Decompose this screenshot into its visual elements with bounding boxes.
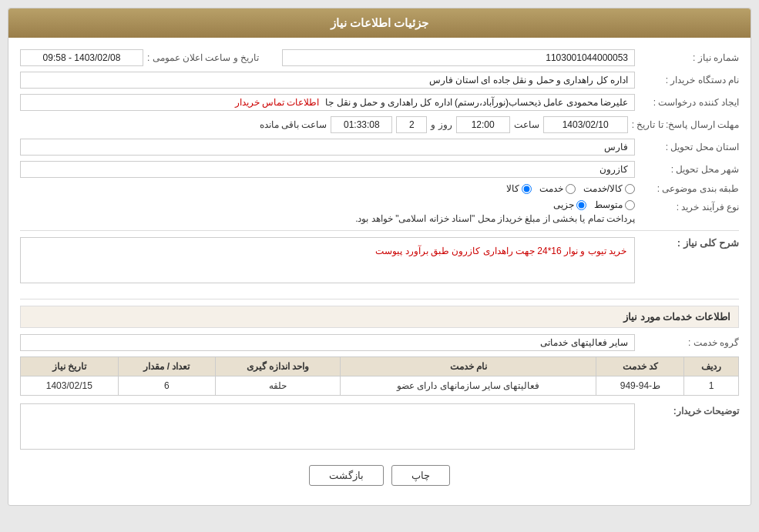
services-group-label: گروه خدمت : bbox=[639, 337, 739, 348]
purchase-type-option-jozii: جزیی bbox=[553, 199, 574, 210]
footer-buttons: چاپ بازگشت bbox=[20, 457, 739, 494]
col-header-date: تاریخ نیاز bbox=[21, 357, 119, 376]
buyer-notes-label: توضیحات خریدار: bbox=[639, 403, 739, 417]
section-divider-1 bbox=[20, 230, 739, 231]
purchase-type-option-motavaset: متوسط bbox=[594, 199, 623, 210]
category-radio-khadamat[interactable] bbox=[566, 184, 576, 194]
buyer-org-value: اداره کل راهداری و حمل و نقل جاده ای است… bbox=[20, 72, 635, 89]
row-code: ط-94-949 bbox=[596, 376, 684, 396]
creator-name: علیرضا محمودی عامل ذیحساب(نورآباد،رستم) … bbox=[325, 97, 628, 108]
reply-days-label: روز و bbox=[431, 119, 452, 130]
province-label: استان محل تحویل : bbox=[639, 142, 739, 152]
description-label: شرح کلی نیاز : bbox=[639, 237, 739, 249]
reply-remaining-label: ساعت باقی مانده bbox=[260, 119, 327, 130]
buyer-org-label: نام دستگاه خریدار : bbox=[639, 75, 739, 85]
city-label: شهر محل تحویل : bbox=[639, 164, 739, 175]
category-radio-kala-khadamat[interactable] bbox=[625, 184, 635, 194]
purchase-type-radio-jozii[interactable] bbox=[576, 200, 586, 210]
need-number-value: 1103001044000053 bbox=[282, 49, 635, 66]
category-option-kala-khadamat: کالا/خدمت bbox=[583, 183, 623, 194]
back-button[interactable]: بازگشت bbox=[309, 465, 384, 486]
description-text: خرید تیوب و نوار 16*24 جهت راهداری کازرو… bbox=[20, 237, 635, 283]
announce-datetime-label: تاریخ و ساعت اعلان عمومی : bbox=[147, 52, 259, 63]
reply-days: 2 bbox=[396, 116, 427, 133]
col-header-qty: تعداد / مقدار bbox=[118, 357, 215, 376]
row-qty: 6 bbox=[118, 376, 215, 396]
row-name: فعالیتهای سایر سازمانهای دارای عضو bbox=[341, 376, 596, 396]
category-option-khadamat: خدمت bbox=[539, 183, 563, 194]
services-section-header: اطلاعات خدمات مورد نیاز bbox=[20, 306, 739, 328]
col-header-row: ردیف bbox=[684, 357, 739, 376]
category-radio-group: کالا/خدمت خدمت کالا bbox=[506, 183, 635, 194]
reply-time-label: ساعت bbox=[514, 119, 539, 130]
creator-contact-link[interactable]: اطلاعات تماس خریدار bbox=[235, 97, 320, 108]
announce-datetime-value: 1403/02/08 - 09:58 bbox=[20, 49, 143, 66]
row-num: 1 bbox=[684, 376, 739, 396]
category-option-kala: کالا bbox=[506, 183, 519, 194]
creator-row: علیرضا محمودی عامل ذیحساب(نورآباد،رستم) … bbox=[20, 94, 635, 111]
print-button[interactable]: چاپ bbox=[391, 465, 450, 486]
col-header-unit: واحد اندازه گیری bbox=[216, 357, 341, 376]
category-radio-kala[interactable] bbox=[522, 184, 532, 194]
col-header-name: نام خدمت bbox=[341, 357, 596, 376]
creator-label: ایجاد کننده درخواست : bbox=[639, 97, 739, 108]
row-unit: حلقه bbox=[216, 376, 341, 396]
reply-deadline-label: مهلت ارسال پاسخ: تا تاریخ : bbox=[632, 119, 739, 130]
need-number-label: شماره نیاز : bbox=[639, 52, 739, 63]
reply-remaining: 01:33:08 bbox=[331, 116, 392, 133]
table-row: 1 ط-94-949 فعالیتهای سایر سازمانهای دارا… bbox=[21, 376, 739, 396]
services-table: ردیف کد خدمت نام خدمت واحد اندازه گیری ت… bbox=[20, 356, 739, 396]
col-header-code: کد خدمت bbox=[596, 357, 684, 376]
page-title: جزئیات اطلاعات نیاز bbox=[8, 8, 751, 38]
reply-time: 12:00 bbox=[456, 116, 510, 133]
buyer-notes-box bbox=[20, 403, 635, 450]
row-date: 1403/02/15 bbox=[21, 376, 119, 396]
category-label: طبقه بندی موضوعی : bbox=[639, 183, 739, 194]
reply-date: 1403/02/10 bbox=[543, 116, 628, 133]
purchase-type-label: نوع فرآیند خرید : bbox=[639, 199, 739, 212]
purchase-type-note: پرداخت تمام یا بخشی از مبلغ خریداز محل "… bbox=[20, 213, 635, 224]
province-value: فارس bbox=[20, 139, 635, 156]
services-group-value: سایر فعالیتهای خدماتی bbox=[20, 334, 635, 351]
section-divider-2 bbox=[20, 299, 739, 299]
purchase-type-radio-motavaset[interactable] bbox=[625, 200, 635, 210]
city-value: کازرون bbox=[20, 161, 635, 178]
